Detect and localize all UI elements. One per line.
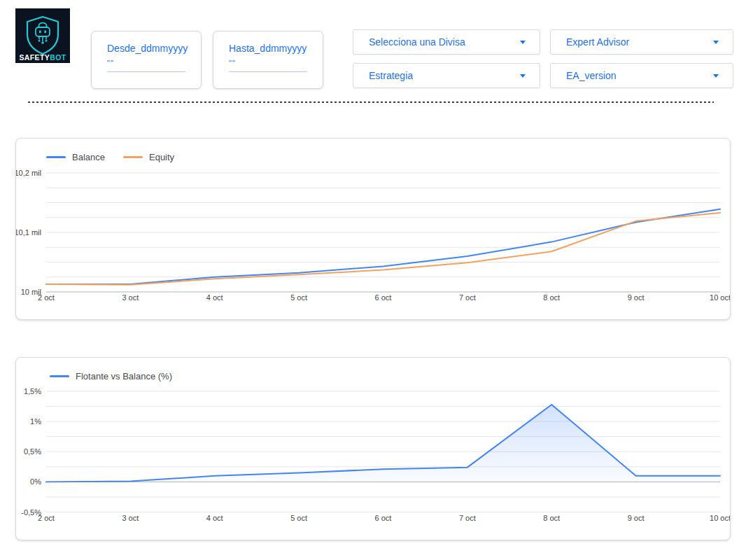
date-input-hasta[interactable]: Hasta_ddmmyyyy "" [213, 31, 323, 89]
x-axis-tick-label: 10 oct [710, 293, 730, 302]
date-input-hasta-label: Hasta_ddmmyyyy [229, 43, 307, 54]
chart-legend: Flotante vs Balance (%) [50, 371, 172, 382]
dropdown-divisa-label: Selecciona una Divisa [369, 36, 465, 48]
chevron-down-icon [520, 74, 526, 78]
filter-dropdowns: Selecciona una Divisa Expert Advisor Est… [353, 29, 733, 88]
y-axis-tick-label: 10,2 mil [16, 169, 41, 177]
series-line-equity [46, 213, 720, 285]
robot-eye-right [44, 31, 46, 34]
balance-equity-line-chart: 10 mil10,1 mil10,2 mil2 oct3 oct4 oct5 o… [16, 139, 730, 319]
circuit-dot-right [45, 40, 48, 42]
chevron-down-icon [713, 41, 719, 44]
balance-equity-chart-card: Balance Equity 10 mil10,1 mil10,2 mil2 o… [15, 138, 731, 320]
flotante-area-chart: -0,5%0%0,5%1%1,5%2 oct3 oct4 oct5 oct6 o… [16, 358, 730, 540]
dropdown-expert-advisor-label: Expert Advisor [566, 36, 629, 48]
equity-legend-swatch [123, 156, 143, 158]
chevron-down-icon [520, 41, 526, 44]
y-axis-tick-label: 0,5% [24, 447, 41, 456]
robot-eye-left [39, 31, 41, 34]
chart-legend: Balance Equity [46, 152, 174, 162]
flotante-chart-card: Flotante vs Balance (%) -0,5%0%0,5%1%1,5… [15, 357, 731, 540]
area-fill [46, 405, 720, 482]
shield-robot-icon: SAFETYBOT [15, 8, 70, 63]
x-axis-tick-label: 7 oct [459, 514, 476, 522]
y-axis-tick-label: 10,1 mil [16, 228, 41, 237]
flotante-legend-swatch [50, 375, 69, 377]
x-axis-tick-label: 5 oct [290, 514, 307, 522]
dropdown-divisa[interactable]: Selecciona una Divisa [353, 29, 540, 55]
series-line-balance [46, 209, 720, 284]
y-axis-tick-label: 1% [30, 417, 41, 426]
x-axis-tick-label: 9 oct [628, 514, 645, 522]
input-underline [229, 71, 307, 72]
dropdown-ea-version-label: EA_version [566, 70, 617, 81]
input-underline [107, 71, 185, 72]
x-axis-tick-label: 3 oct [122, 514, 139, 522]
legend-label-equity: Equity [149, 152, 174, 162]
legend-label-flotante: Flotante vs Balance (%) [76, 371, 172, 382]
x-axis-tick-label: 3 oct [122, 293, 139, 302]
x-axis-tick-label: 4 oct [206, 293, 223, 302]
x-axis-tick-label: 6 oct [375, 293, 392, 302]
x-axis-tick-label: 5 oct [290, 293, 307, 302]
safetybot-logo: SAFETYBOT [15, 8, 70, 63]
x-axis-tick-label: 8 oct [543, 293, 560, 302]
date-input-desde[interactable]: Desde_ddmmyyyy "" [91, 31, 202, 89]
dropdown-estrategia[interactable]: Estrategia [353, 63, 540, 88]
logo-text-safety: SAFETY [19, 53, 50, 62]
dashed-divider [28, 102, 714, 103]
legend-item-balance: Balance [46, 152, 105, 162]
x-axis-tick-label: 4 oct [206, 514, 223, 522]
date-input-desde-value[interactable]: "" [107, 60, 185, 66]
legend-item-equity: Equity [123, 152, 174, 162]
x-axis-tick-label: 10 oct [710, 514, 730, 522]
circuit-dot-center [41, 41, 44, 44]
dropdown-estrategia-label: Estrategia [369, 70, 413, 81]
x-axis-tick-label: 8 oct [543, 514, 560, 522]
legend-label-balance: Balance [72, 152, 105, 162]
x-axis-tick-label: 2 oct [38, 514, 55, 522]
x-axis-tick-label: 7 oct [459, 293, 476, 302]
x-axis-tick-label: 6 oct [375, 514, 392, 522]
date-input-hasta-value[interactable]: "" [229, 60, 307, 66]
y-axis-tick-label: 1,5% [24, 387, 41, 396]
logo-text-bot: BOT [50, 53, 66, 62]
x-axis-tick-label: 9 oct [628, 293, 645, 302]
y-axis-tick-label: 0% [30, 477, 41, 486]
balance-legend-swatch [46, 156, 66, 158]
date-input-desde-label: Desde_ddmmyyyy [107, 43, 185, 54]
dropdown-expert-advisor[interactable]: Expert Advisor [550, 29, 733, 55]
legend-item-flotante: Flotante vs Balance (%) [50, 371, 172, 382]
circuit-dot-left [38, 40, 41, 42]
logo-wordmark: SAFETYBOT [19, 53, 66, 62]
dropdown-ea-version[interactable]: EA_version [550, 63, 733, 88]
safetybot-dashboard: SAFETYBOT Desde_ddmmyyyy "" Hasta_ddmmyy… [0, 0, 746, 560]
chevron-down-icon [713, 74, 719, 78]
x-axis-tick-label: 2 oct [38, 293, 55, 302]
